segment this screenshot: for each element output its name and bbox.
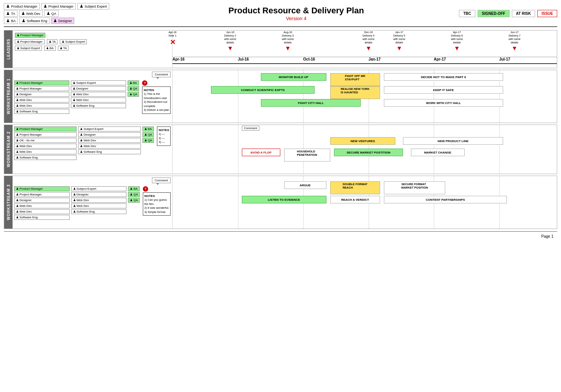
person-icon: ♟	[6, 18, 10, 23]
ws2-web-dev-1: ♟ Web Dev	[14, 144, 77, 149]
ws3-web-dev-4: ♟ Web Dev	[71, 203, 127, 208]
person-icon: ♟	[73, 81, 75, 85]
ws1-col3: ♟ BA ♟ QA ♟ QA	[128, 80, 139, 114]
delivery-note: Apr-16Note 1	[168, 30, 176, 37]
task-double-format-reach: DOUBLE FORMATREACH	[330, 181, 380, 194]
ws2-notes-title: NOTES	[158, 128, 169, 132]
down-arrow-dec16: ▼	[366, 45, 372, 52]
ws3-col3: ♟ BA ♟ QA ♟ QA	[128, 186, 140, 220]
ws1-col2: ♟ Subject Expert ♟ Designer ♟ Web Dev ♟ …	[71, 80, 126, 114]
legend-product-manager: ♟ Product Manager	[4, 3, 40, 10]
ws3-project-manager: ♟ Project Manager	[14, 192, 70, 197]
task-argue: ARGUE	[284, 181, 326, 189]
person-icon: ♟	[16, 93, 19, 96]
ws1-notes-title: NOTES	[144, 88, 169, 92]
person-icon: ♟	[17, 46, 19, 50]
legend-row-3: ♟ BA ♟ Software Eng ♟ Designer	[4, 18, 133, 24]
person-icon: ♟	[17, 40, 19, 43]
person-icon: ♟	[43, 4, 47, 9]
person-icon: ♟	[80, 127, 83, 131]
person-icon: ♟	[16, 127, 19, 131]
ws2-ba: ♟ BA	[142, 126, 154, 131]
ws2-col1: ♟ Product Manager ♟ Project Manager ♟ OK…	[14, 126, 77, 160]
person-icon: ♟	[16, 204, 19, 208]
ws3-subject-expert: ♟ Subject Expert	[71, 186, 127, 191]
ws2-notes-area: NOTES 1) —2) —3) —	[157, 126, 171, 160]
down-arrow-jun17: ▼	[511, 45, 518, 52]
ws1-software-eng: ♟ Software Eng	[14, 109, 69, 114]
ws2-notes: NOTES 1) —2) —3) —	[157, 126, 171, 146]
person-icon: ♟	[130, 187, 133, 190]
ws1-designer-2: ♟ Designer	[71, 86, 126, 91]
person-icon: ♟	[73, 93, 75, 96]
person-ta: ♟ TA	[47, 39, 58, 44]
ws3-comment: Comment	[152, 178, 171, 183]
ws1-web-dev-3: ♟ Web Dev	[71, 92, 126, 97]
leaders-label: LEADERS	[4, 30, 13, 68]
bottom-bar: Page 1	[4, 231, 557, 240]
person-icon: ♟	[16, 87, 19, 90]
ws3-task-row1: ARGUE DOUBLE FORMATREACH SECURE FORMATMA…	[173, 181, 557, 191]
task-conduct-scientific: CONDUCT SCIENTIFIC EXPTS	[211, 86, 315, 94]
task-monitor-build-up: MONITOR BUILD UP	[261, 73, 326, 81]
status-bar: TBC SIGNED-OFF AT RISK ISSUE	[459, 10, 557, 17]
workstream-1-section: WORKSTREAM 1 Comment ♟ Product Manager ♟…	[4, 70, 557, 123]
ws3-designer-1: ♟ Designer	[14, 198, 70, 203]
ws3-people: ♟ Product Manager ♟ Project Manager ♟ De…	[14, 186, 171, 220]
ws3-col1: ♟ Product Manager ♟ Project Manager ♟ De…	[14, 186, 70, 220]
person-icon: ♟	[16, 193, 19, 196]
workstream-3-section: WORKSTREAM 3 Comment ♟ Product Manager ♟…	[4, 176, 557, 229]
task-secure-market-postition: SECURE MARKET POSTITION	[334, 149, 403, 156]
header-title: Product Resource & Delivery Plan Version…	[133, 6, 459, 21]
person-ba: ♟ BA	[44, 46, 56, 51]
ws1-task-row3: FIGHT CITY HALL WORK WITH CITY HALL	[173, 99, 557, 109]
ws2-subject-expert: ♟ Subject Expert	[78, 126, 141, 131]
person-icon: ♟	[60, 46, 62, 50]
ws2-web-dev-2: ♟ Web Dev	[14, 149, 77, 154]
person-icon: ♟	[129, 87, 132, 90]
person-icon: ♟	[16, 81, 19, 85]
person-icon: ♟	[80, 133, 83, 136]
task-reach-a-verdict: REACH A VERDICT	[330, 196, 380, 203]
ws3-right: ARGUE DOUBLE FORMATREACH SECURE FORMATMA…	[173, 176, 557, 229]
axis-row: Apr-16 Jul-16 Oct-16 Jan-17 Apr-17 Jul-1…	[173, 57, 557, 64]
person-icon: ♟	[16, 133, 19, 136]
person-icon: ♟	[144, 139, 147, 142]
delivery-note-aug16: Aug-16Delivery 3with somedetails	[282, 30, 294, 44]
person-icon: ♟	[129, 81, 132, 85]
task-fight-city-hall: FIGHT CITY HALL	[261, 99, 361, 107]
task-work-with-city-hall: WORK WITH CITY HALL	[384, 99, 503, 107]
person-icon: ♟	[80, 150, 83, 154]
down-arrow-jun16: ▼	[227, 45, 233, 52]
person-icon: ♟	[16, 139, 19, 142]
ws2-qa-1: ♟ QA	[142, 132, 154, 137]
ws2-label: WORKSTREAM 2	[4, 125, 13, 174]
person-icon: ♟	[46, 46, 49, 50]
ws2-designer: ♟ Designer	[78, 132, 141, 137]
status-tbc: TBC	[459, 10, 475, 17]
status-issue: ISSUE	[537, 10, 557, 17]
ws3-ba: ♟ BA	[128, 186, 140, 191]
legend-qa: ♟ QA	[44, 10, 59, 17]
ws1-designer-1: ♟ Designer	[14, 92, 69, 97]
ws1-web-dev-1: ♟ Web Dev	[14, 98, 69, 102]
ws3-qmark: ?	[143, 186, 148, 192]
ws3-notes-title: NOTES	[144, 194, 169, 198]
ws1-web-dev-4: ♟ Web Dev	[71, 98, 126, 102]
leaders-r3c1: ♟ BA	[44, 46, 56, 51]
ws1-comment-area: Comment	[14, 72, 171, 79]
person-icon: ♟	[62, 40, 64, 43]
leaders-r3c2: ♟ TA	[58, 46, 69, 51]
person-icon: ♟	[53, 18, 57, 23]
page: ♟ Product Manager ♟ Project Manager ♟ Su…	[0, 0, 561, 392]
ws3-qa-2: ♟ QA	[128, 198, 140, 203]
delivery-dec16: Dec-16Delivery 4with somedetails ▼	[357, 30, 380, 52]
leaders-people: ♟ Product Manager ♟ Project Manager ♟ TA…	[13, 30, 173, 68]
person-icon: ♟	[130, 198, 133, 202]
legend-row-1: ♟ Product Manager ♟ Project Manager ♟ Su…	[4, 3, 133, 10]
task-new-ventures: NEW VENTURES	[330, 137, 396, 145]
person-icon: ♟	[16, 187, 19, 190]
leaders-section: LEADERS ♟ Product Manager ♟ Project Mana…	[4, 30, 557, 68]
person-icon: ♟	[80, 4, 83, 9]
ws1-subject-expert: ♟ Subject Expert	[71, 80, 126, 85]
